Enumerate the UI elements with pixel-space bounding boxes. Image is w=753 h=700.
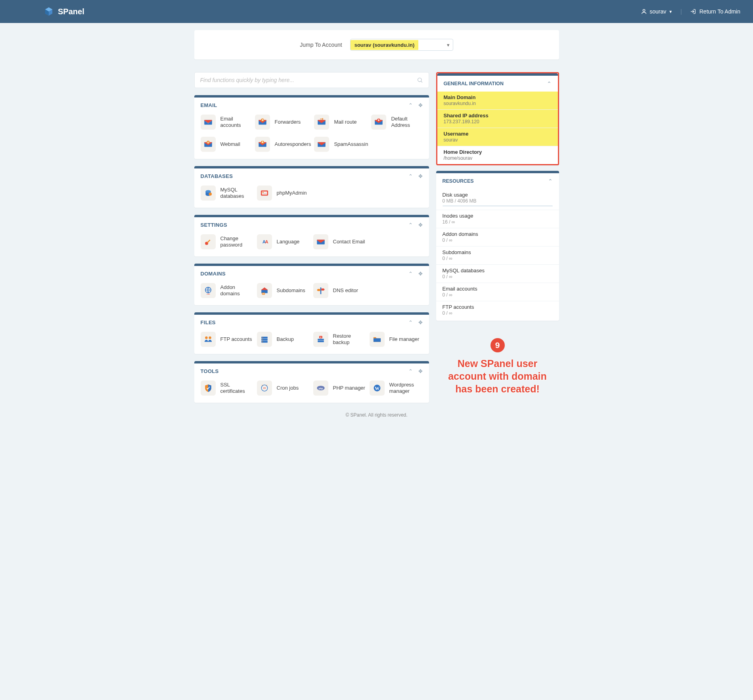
move-icon[interactable]: ✥ bbox=[418, 368, 423, 374]
panel-files: FILES ⌃✥ FTP accounts Backup Restoreback… bbox=[194, 312, 429, 354]
envelope-forward-icon bbox=[255, 115, 270, 130]
change-password[interactable]: Changepassword bbox=[201, 234, 254, 249]
item-label: Wordpressmanager bbox=[389, 382, 414, 395]
panel-title: EMAIL bbox=[201, 102, 217, 108]
account-select[interactable]: sourav (souravkundu.in) ▾ bbox=[350, 39, 453, 51]
autoresponders[interactable]: AAutoresponders bbox=[255, 137, 311, 152]
item-label: DNS editor bbox=[333, 287, 358, 294]
backup[interactable]: Backup bbox=[257, 332, 310, 347]
svg-point-32 bbox=[209, 337, 211, 339]
search-input[interactable] bbox=[200, 77, 417, 83]
svg-rect-22 bbox=[207, 239, 210, 243]
info-key: Shared IP address bbox=[444, 113, 552, 119]
svg-point-16 bbox=[209, 193, 212, 196]
resource-key: Subdomains bbox=[443, 249, 553, 255]
item-label: phpMyAdmin bbox=[277, 190, 307, 196]
envelope-at-icon: @ bbox=[201, 137, 216, 152]
footer: © SPanel. All rights reserved. bbox=[0, 403, 753, 427]
wordpress-manager[interactable]: WWordpressmanager bbox=[370, 381, 423, 396]
move-icon[interactable]: ✥ bbox=[418, 102, 423, 108]
collapse-icon[interactable]: ⌃ bbox=[548, 178, 553, 184]
resource-row: Email accounts0 / ∞ bbox=[436, 283, 559, 301]
svg-text:sub: sub bbox=[262, 293, 264, 295]
resource-val: 0 / ∞ bbox=[443, 256, 553, 261]
user-icon bbox=[641, 8, 647, 15]
brand: SPanel bbox=[44, 6, 84, 17]
return-label: Return To Admin bbox=[699, 8, 740, 15]
mail-route[interactable]: Mail route bbox=[314, 115, 368, 130]
move-icon[interactable]: ✥ bbox=[418, 222, 423, 228]
collapse-icon[interactable]: ⌃ bbox=[547, 80, 552, 87]
info-val: sourav bbox=[444, 137, 552, 143]
collapse-icon[interactable]: ⌃ bbox=[408, 173, 413, 179]
step-badge: 9 bbox=[491, 338, 505, 352]
move-icon[interactable]: ✥ bbox=[418, 319, 423, 325]
shield-icon bbox=[201, 381, 216, 396]
file-manager[interactable]: File manager bbox=[370, 332, 423, 347]
item-label: Restorebackup bbox=[333, 333, 351, 346]
collapse-icon[interactable]: ⌃ bbox=[408, 271, 413, 277]
svg-text:24: 24 bbox=[263, 387, 266, 389]
phpmyadmin[interactable]: phpMyAdmin bbox=[257, 186, 310, 201]
panel-title: FILES bbox=[201, 319, 216, 325]
collapse-icon[interactable]: ⌃ bbox=[408, 319, 413, 325]
info-key: Main Domain bbox=[444, 94, 552, 100]
item-label: MySQLdatabases bbox=[220, 187, 244, 200]
move-icon[interactable]: ✥ bbox=[418, 173, 423, 179]
panel-title: SETTINGS bbox=[201, 222, 227, 228]
panel-databases: DATABASES ⌃✥ MySQLdatabases phpMyAdmin bbox=[194, 166, 429, 208]
contact-email[interactable]: Contact Email bbox=[313, 234, 366, 249]
collapse-icon[interactable]: ⌃ bbox=[408, 222, 413, 228]
cron-jobs[interactable]: 24Cron jobs bbox=[257, 381, 310, 396]
spamassassin[interactable]: SpamAssassin bbox=[314, 137, 368, 152]
svg-rect-40 bbox=[318, 340, 324, 342]
collapse-icon[interactable]: ⌃ bbox=[408, 368, 413, 374]
panel-domains: DOMAINS ⌃✥ .comAddondomains subSubdomain… bbox=[194, 264, 429, 305]
svg-rect-42 bbox=[373, 338, 380, 342]
brand-text: SPanel bbox=[58, 7, 84, 16]
dns-editor[interactable]: DNS editor bbox=[313, 283, 366, 298]
mysql-databases[interactable]: MySQLdatabases bbox=[201, 186, 254, 201]
item-label: Cron jobs bbox=[277, 385, 299, 391]
return-to-admin[interactable]: Return To Admin bbox=[690, 8, 740, 15]
signpost-icon bbox=[313, 283, 328, 298]
restore-backup[interactable]: Restorebackup bbox=[313, 332, 366, 347]
usage-bar bbox=[443, 205, 553, 207]
move-icon[interactable]: ✥ bbox=[418, 271, 423, 277]
caret-down-icon: ▾ bbox=[447, 42, 450, 48]
item-label: Forwarders bbox=[275, 119, 301, 125]
svg-text:A: A bbox=[265, 239, 268, 244]
envelope-auto-icon: A bbox=[255, 137, 270, 152]
language-icon: AA bbox=[257, 234, 272, 249]
email-accounts[interactable]: Emailaccounts bbox=[201, 115, 252, 130]
info-key: Username bbox=[444, 131, 552, 137]
caret-down-icon: ▼ bbox=[669, 10, 673, 14]
envelope-spam-icon bbox=[314, 137, 329, 152]
svg-point-36 bbox=[262, 337, 262, 338]
panel-settings: SETTINGS ⌃✥ Changepassword AALanguage Co… bbox=[194, 215, 429, 256]
annotation-text: New SPanel user account with domain has … bbox=[439, 357, 556, 395]
addon-domains[interactable]: .comAddondomains bbox=[201, 283, 254, 298]
info-val: souravkundu.in bbox=[444, 101, 552, 106]
key-icon bbox=[201, 234, 216, 249]
database-icon bbox=[201, 186, 216, 201]
default-address[interactable]: DefaultAddress bbox=[371, 115, 422, 130]
resource-row: Subdomains0 / ∞ bbox=[436, 247, 559, 265]
svg-text:A: A bbox=[261, 141, 263, 143]
forwarders[interactable]: Forwarders bbox=[255, 115, 311, 130]
subdomains[interactable]: subSubdomains bbox=[257, 283, 310, 298]
wordpress-icon: W bbox=[370, 381, 385, 396]
panel-title: GENERAL INFORMATION bbox=[444, 81, 504, 86]
panel-title: RESOURCES bbox=[443, 178, 474, 184]
panel-resources: RESOURCES ⌃ Disk usage0 MB / 4096 MBInod… bbox=[436, 171, 559, 321]
collapse-icon[interactable]: ⌃ bbox=[408, 102, 413, 108]
panel-email: EMAIL ⌃ ✥ Emailaccounts Forwarders Mail … bbox=[194, 95, 429, 159]
jump-label: Jump To Account bbox=[300, 42, 342, 48]
user-menu[interactable]: sourav ▼ bbox=[641, 8, 673, 15]
item-label: DefaultAddress bbox=[391, 116, 410, 129]
ftp-accounts[interactable]: FTP accounts bbox=[201, 332, 254, 347]
php-manager[interactable]: phpPHP manager bbox=[313, 381, 366, 396]
ssl-certificates[interactable]: SSLcertificates bbox=[201, 381, 254, 396]
language[interactable]: AALanguage bbox=[257, 234, 310, 249]
webmail[interactable]: @Webmail bbox=[201, 137, 252, 152]
